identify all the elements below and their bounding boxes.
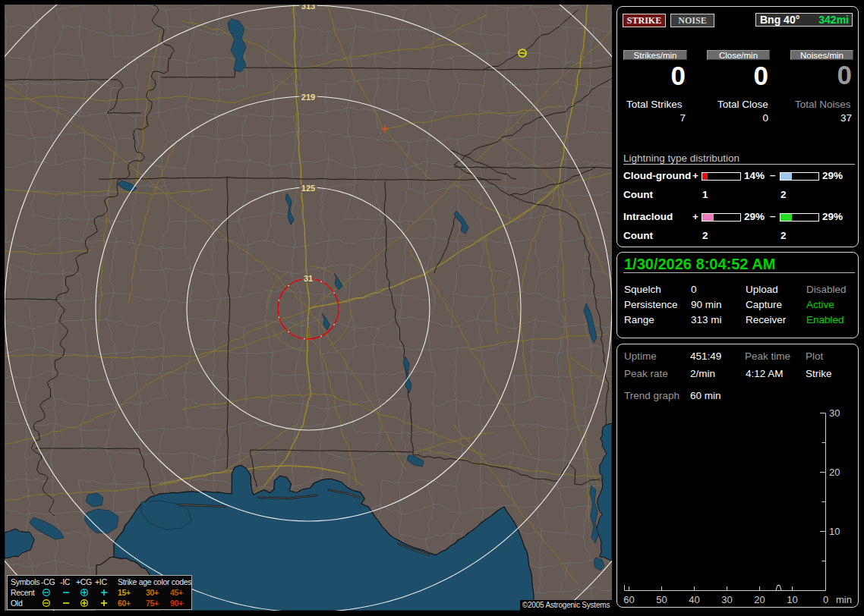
svg-text:31: 31 [304, 274, 313, 283]
svg-text:20: 20 [829, 467, 840, 478]
svg-text:20: 20 [754, 594, 765, 605]
svg-text:0: 0 [823, 594, 828, 605]
svg-text:10: 10 [787, 594, 797, 605]
svg-text:219: 219 [301, 93, 315, 102]
svg-text:30: 30 [721, 594, 732, 605]
svg-text:313: 313 [301, 5, 315, 11]
svg-text:50: 50 [656, 594, 667, 605]
svg-text:60: 60 [623, 594, 634, 605]
svg-text:125: 125 [301, 184, 315, 193]
svg-text:40: 40 [689, 594, 699, 605]
svg-text:min: min [836, 594, 852, 605]
svg-text:10: 10 [829, 526, 840, 537]
svg-text:30: 30 [829, 407, 840, 419]
